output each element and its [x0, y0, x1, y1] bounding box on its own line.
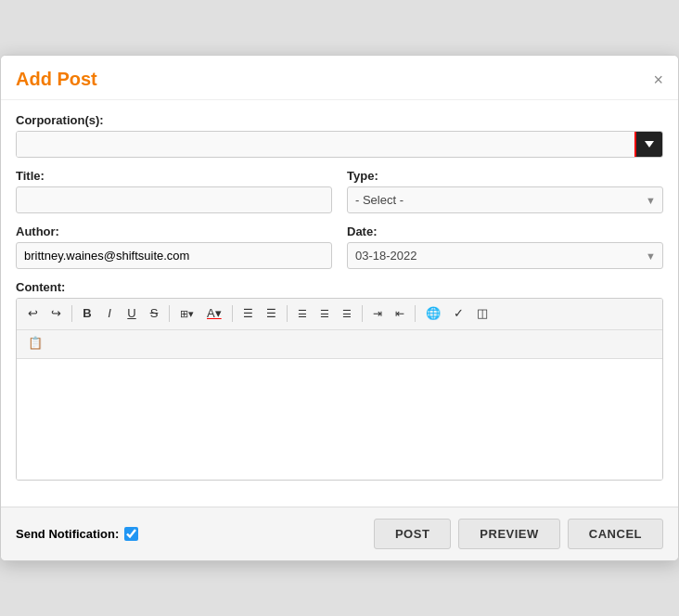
unordered-list-button[interactable]: ☰	[261, 303, 282, 325]
corporation-dropdown-button[interactable]	[634, 132, 662, 157]
author-col: Author:	[16, 225, 332, 269]
bold-button[interactable]: B	[77, 302, 97, 325]
align-center-button[interactable]: ☰	[314, 304, 335, 324]
toolbar-sep-4	[287, 305, 288, 322]
spellcheck-button[interactable]: ✓	[448, 302, 469, 325]
content-label: Content:	[16, 280, 663, 294]
title-label: Title:	[16, 169, 332, 183]
date-select-wrap: 03-18-2022 ▼	[347, 242, 663, 269]
type-label: Type:	[347, 169, 663, 183]
align-right-button[interactable]: ☰	[337, 304, 357, 324]
author-date-row: Author: Date: 03-18-2022 ▼	[16, 225, 663, 269]
close-button[interactable]: ×	[653, 71, 663, 88]
font-color-button[interactable]: A▾	[201, 302, 227, 325]
author-label: Author:	[16, 225, 332, 238]
globe-button[interactable]: 🌐	[420, 302, 446, 325]
outdent-button[interactable]: ⇤	[390, 303, 410, 325]
editor-area[interactable]	[17, 359, 662, 480]
date-col: Date: 03-18-2022 ▼	[347, 225, 663, 269]
indent-button[interactable]: ⇥	[367, 303, 388, 325]
date-label: Date:	[347, 225, 663, 238]
content-label-row: Content:	[16, 280, 663, 294]
send-notification-label: Send Notification:	[16, 527, 119, 541]
svg-marker-0	[645, 141, 654, 148]
editor-container: ↩ ↪ B I U S ⊞▾ A▾ ☰ ☰ ☰ ☰ ☰	[16, 298, 663, 480]
paste-button[interactable]: 📋	[22, 332, 48, 354]
type-select[interactable]: - Select - Announcement News Update	[347, 186, 663, 213]
dialog-body: Corporation(s): Title: Type: -	[1, 100, 678, 506]
type-select-wrap: - Select - Announcement News Update ▼	[347, 186, 663, 213]
send-notification-checkbox[interactable]	[124, 527, 138, 541]
editor-toolbar: ↩ ↪ B I U S ⊞▾ A▾ ☰ ☰ ☰ ☰ ☰	[17, 299, 662, 329]
italic-button[interactable]: I	[99, 302, 120, 325]
title-input[interactable]	[16, 186, 332, 213]
type-col: Type: - Select - Announcement News Updat…	[347, 169, 663, 213]
corporation-input[interactable]	[17, 132, 634, 157]
corporation-input-wrap	[16, 131, 663, 158]
toolbar-sep-6	[415, 305, 416, 322]
undo-button[interactable]: ↩	[22, 302, 44, 325]
align-left-button[interactable]: ☰	[292, 304, 313, 324]
insert-table-button[interactable]: ⊞▾	[174, 304, 199, 324]
toolbar-row2: 📋	[17, 330, 662, 359]
post-button[interactable]: POST	[374, 519, 451, 549]
chevron-down-icon	[645, 141, 654, 148]
corporation-label: Corporation(s):	[16, 113, 663, 127]
notification-row: Send Notification:	[16, 527, 138, 541]
insert-image-button[interactable]: ◫	[471, 302, 493, 325]
cancel-button[interactable]: CANCEL	[568, 519, 663, 549]
strikethrough-button[interactable]: S	[144, 302, 164, 325]
dialog-title: Add Post	[16, 69, 97, 90]
dialog-footer: Send Notification: POST PREVIEW CANCEL	[1, 507, 678, 560]
author-input[interactable]	[16, 242, 332, 269]
add-post-dialog: Add Post × Corporation(s): Title:	[0, 55, 679, 560]
redo-button[interactable]: ↪	[45, 302, 67, 325]
preview-button[interactable]: PREVIEW	[458, 519, 559, 549]
title-col: Title:	[16, 169, 332, 213]
title-type-row: Title: Type: - Select - Announcement New…	[16, 169, 663, 213]
toolbar-sep-3	[232, 305, 233, 322]
toolbar-sep-1	[71, 305, 72, 322]
dialog-header: Add Post ×	[1, 56, 678, 100]
footer-buttons: POST PREVIEW CANCEL	[374, 519, 663, 549]
date-select[interactable]: 03-18-2022	[347, 242, 663, 269]
underline-button[interactable]: U	[122, 302, 142, 325]
toolbar-sep-2	[169, 305, 170, 322]
toolbar-sep-5	[362, 305, 363, 322]
corporation-field-row: Corporation(s):	[16, 113, 663, 158]
ordered-list-button[interactable]: ☰	[237, 303, 259, 325]
